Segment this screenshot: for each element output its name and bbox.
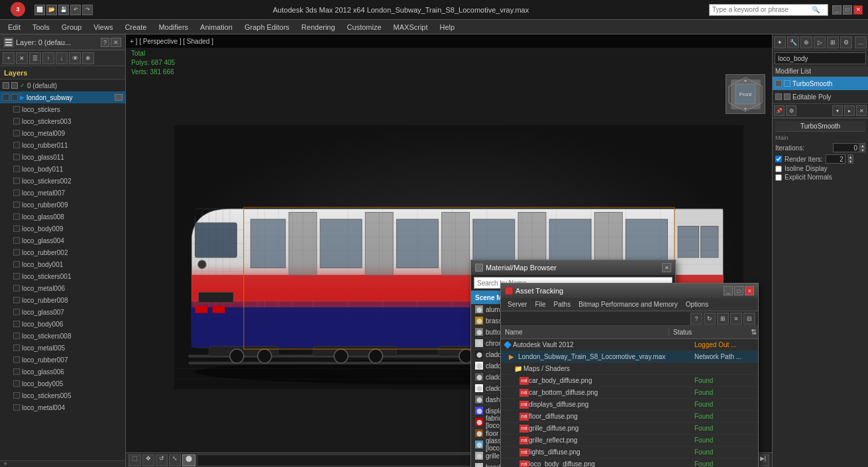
layers-up-btn[interactable]: ↑ xyxy=(42,52,54,64)
layer-item[interactable]: loco_metal007 xyxy=(0,187,125,199)
at-menu-file[interactable]: File xyxy=(531,299,549,309)
layer-item[interactable]: loco_metal005 xyxy=(0,342,125,354)
layers-freeze-btn[interactable]: ❄ xyxy=(82,52,94,64)
select-tool[interactable]: ⬚ xyxy=(129,454,141,466)
layer-item[interactable]: loco_stickers002 xyxy=(0,175,125,187)
search-input[interactable] xyxy=(712,6,812,13)
at-row[interactable]: 🔷 Autodesk Vault 2012 Logged Out ... xyxy=(501,339,758,351)
layer-item[interactable]: loco_rubber011 xyxy=(0,139,125,151)
layer-item[interactable]: ▶ london_subway xyxy=(0,91,125,103)
at-maximize-btn[interactable]: □ xyxy=(734,286,743,295)
menu-tools[interactable]: Tools xyxy=(27,22,55,32)
modifier-item-editablepoly[interactable]: Editable Poly xyxy=(773,90,868,103)
layer-item[interactable]: loco_body009 xyxy=(0,223,125,234)
at-minimize-btn[interactable]: _ xyxy=(724,286,733,295)
layer-item[interactable]: loco_rubber009 xyxy=(0,199,125,211)
menu-rendering[interactable]: Rendering xyxy=(296,22,341,32)
at-menu-paths[interactable]: Paths xyxy=(550,299,575,309)
layers-delete-btn[interactable]: ✕ xyxy=(16,52,28,64)
render-iters-input[interactable] xyxy=(826,154,845,164)
layer-item[interactable]: loco_metal009 xyxy=(0,127,125,139)
collapse-modifier-btn[interactable]: ▾ xyxy=(832,105,843,116)
at-menu-server[interactable]: Server xyxy=(504,299,531,309)
save-file-icon[interactable]: 💾 xyxy=(58,5,69,15)
at-row[interactable]: mtl grille_diffuse.png Found xyxy=(501,423,758,435)
panel-more-btn[interactable]: … xyxy=(855,36,867,48)
at-view3-btn[interactable]: ⊟ xyxy=(743,313,755,325)
maximize-button[interactable]: □ xyxy=(843,5,852,15)
layer-item[interactable]: loco_stickers008 xyxy=(0,330,125,342)
layer-item[interactable]: loco_rubber008 xyxy=(0,294,125,306)
create-panel-btn[interactable]: ✦ xyxy=(774,36,786,48)
layer-item[interactable]: loco_metal006 xyxy=(0,282,125,294)
layer-item[interactable]: loco_glass008 xyxy=(0,211,125,223)
layers-help-btn[interactable]: ? xyxy=(101,38,109,47)
layer-item[interactable]: loco_body006 xyxy=(0,318,125,330)
render-iters-down-btn[interactable]: ▼ xyxy=(848,159,853,164)
at-view2-btn[interactable]: ≡ xyxy=(730,313,742,325)
search-bar[interactable]: 🔍 xyxy=(709,4,828,16)
open-file-icon[interactable]: 📂 xyxy=(46,5,57,15)
layer-item[interactable]: loco_body011 xyxy=(0,163,125,175)
menu-help[interactable]: Help xyxy=(435,22,461,32)
layer-item[interactable]: loco_glass006 xyxy=(0,366,125,378)
object-name-field[interactable] xyxy=(775,52,866,64)
at-menu-options[interactable]: Options xyxy=(682,299,712,309)
layer-item[interactable]: loco_stickers xyxy=(0,103,125,115)
menu-views[interactable]: Views xyxy=(88,22,118,32)
modifier-eye-icon[interactable] xyxy=(775,80,782,87)
modify-panel-btn[interactable]: 🔧 xyxy=(787,36,799,48)
menu-animation[interactable]: Animation xyxy=(195,22,238,32)
layer-item[interactable]: loco_glass004 xyxy=(0,234,125,246)
utilities-btn[interactable]: ⚙ xyxy=(840,36,852,48)
modifier-item-turbosmooth[interactable]: TurboSmooth xyxy=(773,77,868,90)
rotate-tool[interactable]: ↺ xyxy=(156,454,168,466)
move-tool[interactable]: ✥ xyxy=(142,454,154,466)
at-menu-bitmap[interactable]: Bitmap Performance and Memory xyxy=(574,299,682,309)
scale-tool[interactable]: ⤡ xyxy=(169,454,181,466)
layers-add-btn[interactable]: + xyxy=(3,52,15,64)
layer-item[interactable]: loco_stickers003 xyxy=(0,115,125,127)
menu-edit[interactable]: Edit xyxy=(3,22,26,32)
iterations-down-btn[interactable]: ▼ xyxy=(860,148,865,152)
isoline-checkbox[interactable] xyxy=(775,166,782,172)
menu-group[interactable]: Group xyxy=(56,22,87,32)
layer-item[interactable]: loco_stickers005 xyxy=(0,389,125,401)
close-button[interactable]: ✕ xyxy=(853,5,863,15)
at-row[interactable]: 📁 Maps / Shaders xyxy=(501,363,758,375)
layer-item[interactable]: loco_body005 xyxy=(0,378,125,389)
at-row[interactable]: mtl car_body_diffuse.png Found xyxy=(501,375,758,387)
animation-toggle[interactable]: ⬤ xyxy=(182,454,195,466)
at-row[interactable]: ▶ London_Subway_Train_S8_Locomotive_vray… xyxy=(501,351,758,363)
layer-item[interactable]: ✓ 0 (default) xyxy=(0,79,125,91)
at-row[interactable]: mtl car_bottom_diffuse.png Found xyxy=(501,387,758,399)
explicit-normals-checkbox[interactable] xyxy=(775,174,782,181)
layers-menu-btn[interactable]: ☰ xyxy=(29,52,41,64)
layer-item[interactable]: loco_metal004 xyxy=(0,401,125,413)
at-view-btn[interactable]: ⊞ xyxy=(717,313,729,325)
layer-item[interactable]: loco_rubber007 xyxy=(0,354,125,366)
mb-close-btn[interactable]: ✕ xyxy=(662,263,671,272)
menu-graph-editors[interactable]: Graph Editors xyxy=(239,22,295,32)
layers-hide-btn[interactable]: 👁 xyxy=(69,52,81,64)
redo-icon[interactable]: ↷ xyxy=(82,5,93,15)
undo-icon[interactable]: ↶ xyxy=(70,5,81,15)
modifier-eye-icon[interactable] xyxy=(775,93,782,100)
menu-maxscript[interactable]: MAXScript xyxy=(388,22,433,32)
iterations-up-btn[interactable]: ▲ xyxy=(860,143,865,148)
render-iters-up-btn[interactable]: ▲ xyxy=(848,154,853,159)
iterations-input[interactable] xyxy=(833,143,859,152)
at-row[interactable]: mtl grille_reflect.png Found xyxy=(501,435,758,446)
at-help-btn[interactable]: ? xyxy=(690,313,702,325)
new-file-icon[interactable]: ⬜ xyxy=(34,5,45,15)
at-refresh-btn[interactable]: ↻ xyxy=(704,313,716,325)
menu-modifiers[interactable]: Modifiers xyxy=(153,22,193,32)
motion-btn[interactable]: ▷ xyxy=(814,36,826,48)
layer-item[interactable]: loco_stickers001 xyxy=(0,270,125,282)
navigation-cube[interactable]: Front ▲ ▼ xyxy=(726,74,765,114)
layer-item[interactable]: loco_rubber002 xyxy=(0,246,125,258)
at-row[interactable]: mtl displays_diffuse.png Found xyxy=(501,399,758,411)
viewport[interactable]: + ] [ Perspective ] [ Shaded ] Total Pol… xyxy=(126,34,772,467)
at-close-btn[interactable]: ✕ xyxy=(745,286,754,295)
layers-down-btn[interactable]: ↓ xyxy=(56,52,68,64)
